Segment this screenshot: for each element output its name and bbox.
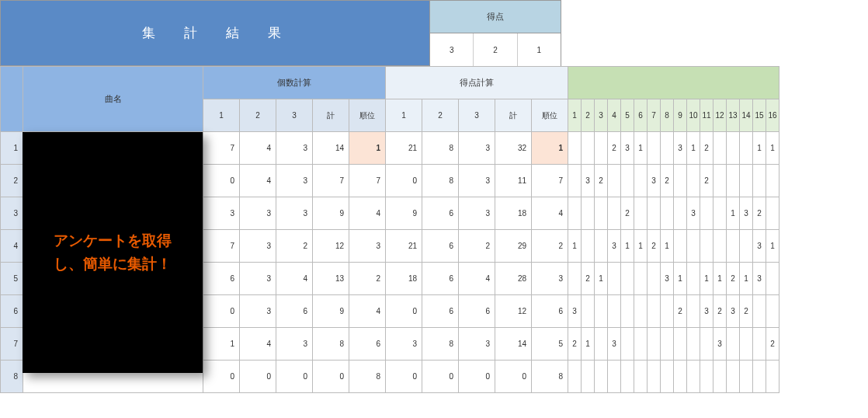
score-cell[interactable]: 0 [422,361,459,393]
detail-cell[interactable]: 1 [661,230,674,263]
count-cell[interactable]: 0 [313,361,349,393]
score-cell[interactable]: 2 [459,230,495,263]
detail-cell[interactable] [595,361,608,393]
score-cell[interactable]: 8 [422,328,459,361]
count-cell[interactable]: 6 [276,295,313,328]
detail-cell[interactable] [740,165,753,197]
score-cell[interactable]: 11 [495,165,532,197]
detail-cell[interactable] [727,165,740,197]
score-cell[interactable]: 3 [459,132,495,165]
detail-cell[interactable] [608,361,621,393]
count-cell[interactable]: 6 [203,263,240,295]
detail-cell[interactable] [766,197,779,230]
detail-cell[interactable] [634,328,648,361]
detail-cell[interactable] [753,361,766,393]
detail-cell[interactable] [568,132,582,165]
score-cell[interactable]: 28 [495,263,532,295]
detail-cell[interactable] [687,165,700,197]
detail-cell[interactable]: 3 [661,263,674,295]
detail-cell[interactable]: 3 [753,263,766,295]
detail-cell[interactable]: 1 [634,230,648,263]
detail-cell[interactable]: 2 [753,197,766,230]
count-cell[interactable]: 0 [203,361,240,393]
detail-cell[interactable] [595,328,608,361]
detail-cell[interactable] [687,230,700,263]
detail-cell[interactable]: 2 [727,263,740,295]
detail-cell[interactable] [595,295,608,328]
count-cell[interactable]: 8 [313,328,349,361]
count-cell[interactable]: 8 [349,361,386,393]
count-cell[interactable]: 2 [276,230,313,263]
detail-cell[interactable]: 3 [608,230,621,263]
detail-cell[interactable]: 1 [740,263,753,295]
score-cell[interactable]: 18 [386,263,422,295]
score-cell[interactable]: 6 [422,230,459,263]
detail-cell[interactable] [568,197,582,230]
detail-cell[interactable] [713,165,727,197]
count-cell[interactable]: 0 [203,165,240,197]
detail-cell[interactable] [766,165,779,197]
detail-cell[interactable]: 2 [713,295,727,328]
count-cell[interactable]: 3 [240,230,276,263]
score-cell[interactable]: 12 [495,295,532,328]
score-cell[interactable]: 21 [386,132,422,165]
detail-cell[interactable] [582,361,595,393]
count-cell[interactable]: 3 [240,197,276,230]
detail-cell[interactable] [674,197,687,230]
detail-cell[interactable]: 2 [648,230,661,263]
score-cell[interactable]: 5 [532,328,568,361]
detail-cell[interactable] [700,230,713,263]
detail-cell[interactable] [621,295,634,328]
detail-cell[interactable] [674,328,687,361]
detail-cell[interactable] [700,361,713,393]
detail-cell[interactable] [595,132,608,165]
detail-cell[interactable] [648,295,661,328]
count-cell[interactable]: 1 [203,328,240,361]
detail-cell[interactable]: 2 [740,295,753,328]
score-cell[interactable]: 32 [495,132,532,165]
detail-cell[interactable]: 3 [687,197,700,230]
score-cell[interactable]: 3 [459,197,495,230]
detail-cell[interactable]: 3 [713,328,727,361]
detail-cell[interactable]: 2 [595,165,608,197]
detail-cell[interactable]: 2 [608,132,621,165]
count-cell[interactable]: 3 [276,328,313,361]
detail-cell[interactable] [753,165,766,197]
detail-cell[interactable]: 3 [674,132,687,165]
score-cell[interactable]: 6 [422,197,459,230]
detail-cell[interactable] [727,328,740,361]
count-cell[interactable]: 7 [313,165,349,197]
detail-cell[interactable]: 2 [661,165,674,197]
detail-cell[interactable]: 1 [674,263,687,295]
detail-cell[interactable]: 2 [582,263,595,295]
detail-cell[interactable]: 2 [621,197,634,230]
count-cell[interactable]: 9 [313,295,349,328]
count-cell[interactable]: 4 [240,132,276,165]
detail-cell[interactable]: 3 [740,197,753,230]
detail-cell[interactable] [582,197,595,230]
detail-cell[interactable]: 1 [727,197,740,230]
detail-cell[interactable]: 1 [713,263,727,295]
count-cell[interactable]: 3 [240,263,276,295]
score-cell[interactable]: 3 [459,165,495,197]
detail-cell[interactable] [766,263,779,295]
count-cell[interactable]: 3 [276,197,313,230]
score-cell[interactable]: 0 [386,165,422,197]
score-cell[interactable]: 6 [422,295,459,328]
detail-cell[interactable] [700,328,713,361]
detail-cell[interactable] [740,328,753,361]
detail-cell[interactable] [713,361,727,393]
detail-cell[interactable] [582,295,595,328]
detail-cell[interactable] [674,165,687,197]
detail-cell[interactable] [766,295,779,328]
detail-cell[interactable]: 3 [753,230,766,263]
detail-cell[interactable] [608,197,621,230]
detail-cell[interactable] [568,165,582,197]
detail-cell[interactable] [582,230,595,263]
score-cell[interactable]: 1 [532,132,568,165]
count-cell[interactable]: 9 [313,197,349,230]
detail-cell[interactable] [621,263,634,295]
detail-cell[interactable] [687,328,700,361]
detail-cell[interactable]: 1 [766,230,779,263]
detail-cell[interactable] [740,132,753,165]
